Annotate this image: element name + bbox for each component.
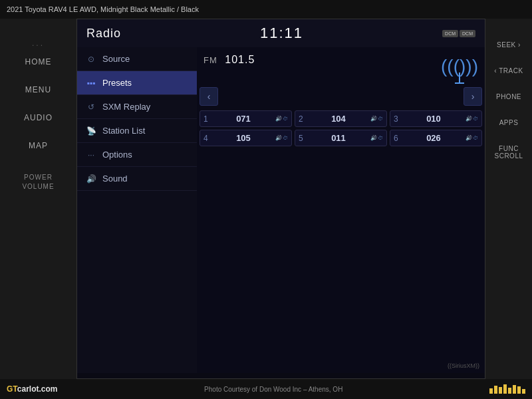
preset-1-num: 1 <box>203 114 211 124</box>
fm-label: FM <box>203 55 217 65</box>
right-nav: SEEK › ‹ TRACK PHONE APPS FUNCSCROLL <box>485 19 532 379</box>
top-dots: ... <box>32 39 45 48</box>
nav-track[interactable]: ‹ TRACK <box>485 58 532 84</box>
screen-header: Radio 11:11 DCM DCM <box>77 19 485 47</box>
menu-sound[interactable]: 🔊 Sound <box>77 167 197 191</box>
power-volume[interactable]: POWER VOLUME <box>22 173 54 192</box>
preset-3[interactable]: 3 010 🔊 ⏱ <box>390 110 482 127</box>
nav-phone[interactable]: PHONE <box>485 84 532 110</box>
menu-presets[interactable]: ▪▪▪ Presets <box>77 71 197 95</box>
sxm-replay-icon: ↺ <box>85 102 97 112</box>
content-area: FM 101.5 ((())) ‹ › <box>197 47 485 373</box>
preset-3-freq: 010 <box>404 114 464 124</box>
options-icon: ··· <box>85 150 97 160</box>
bar-3 <box>499 387 502 394</box>
preset-1[interactable]: 1 071 🔊 ⏱ <box>200 110 292 127</box>
preset-4-freq: 105 <box>213 133 273 143</box>
preset-4-num: 4 <box>203 134 211 143</box>
options-label: Options <box>102 150 132 160</box>
nav-apps[interactable]: APPS <box>485 110 532 136</box>
dcm-box: DCM <box>442 30 458 37</box>
nav-audio[interactable]: AUDIO <box>0 104 76 132</box>
preset-3-icons: 🔊 ⏱ <box>466 116 478 122</box>
dcm-box2: DCM <box>460 30 475 37</box>
preset-2[interactable]: 2 104 🔊 ⏱ <box>295 110 387 127</box>
station-list-icon: 📡 <box>85 126 97 136</box>
nav-map[interactable]: MAP <box>0 132 76 160</box>
top-bar: 2021 Toyota RAV4 LE AWD, Midnight Black … <box>0 0 532 19</box>
preset-6-freq: 026 <box>404 133 464 143</box>
dcm-badge: DCM DCM <box>442 30 475 37</box>
menu-options[interactable]: ··· Options <box>77 143 197 167</box>
menu-source[interactable]: ⊙ Source <box>77 47 197 71</box>
menu-list: ⊙ Source ▪▪▪ Presets ↺ SXM Replay 📡 Stat… <box>77 47 197 373</box>
preset-6-icons: 🔊 ⏱ <box>466 135 478 141</box>
preset-2-num: 2 <box>299 114 307 124</box>
preset-1-freq: 071 <box>213 114 273 124</box>
main-screen: Radio 11:11 DCM DCM ⊙ Source ▪▪▪ Presets… <box>76 19 485 379</box>
preset-2-freq: 104 <box>309 114 368 124</box>
menu-station-list[interactable]: 📡 Station List <box>77 119 197 143</box>
menu-sxm-replay[interactable]: ↺ SXM Replay <box>77 95 197 119</box>
bar-8 <box>522 389 525 394</box>
antenna-icon: ((())) <box>442 51 478 88</box>
source-icon: ⊙ <box>85 55 97 64</box>
bar-5 <box>508 388 511 394</box>
bar-1 <box>489 388 493 394</box>
nav-seek[interactable]: SEEK › <box>485 32 532 58</box>
sound-icon: 🔊 <box>85 174 97 184</box>
screen-title: Radio <box>86 27 121 41</box>
screen-time: 11:11 <box>260 25 303 42</box>
gt-logo: GTcarlot.com <box>7 384 57 394</box>
sxm-replay-label: SXM Replay <box>102 102 150 112</box>
preset-5[interactable]: 5 011 🔊 ⏱ <box>295 130 387 146</box>
volume-label: VOLUME <box>22 182 54 192</box>
nav-menu[interactable]: MENU <box>0 76 76 104</box>
preset-3-num: 3 <box>394 114 402 124</box>
prev-arrow[interactable]: ‹ <box>200 87 218 106</box>
bottom-bar: GTcarlot.com Photo Courtesy of Don Wood … <box>0 379 532 399</box>
preset-5-icons: 🔊 ⏱ <box>370 135 383 141</box>
presets-icon: ▪▪▪ <box>85 78 97 88</box>
preset-4-icons: 🔊 ⏱ <box>275 135 288 141</box>
left-nav: ... HOME MENU AUDIO MAP POWER VOLUME <box>0 19 76 379</box>
presets-label: Presets <box>102 78 132 88</box>
preset-5-num: 5 <box>299 134 307 143</box>
preset-6-num: 6 <box>394 134 402 143</box>
nav-func-scroll[interactable]: FUNCSCROLL <box>485 136 532 169</box>
bottom-right-bars <box>489 384 525 394</box>
preset-1-icons: 🔊 ⏱ <box>275 116 288 122</box>
source-label: Source <box>102 54 130 64</box>
bar-7 <box>517 386 521 394</box>
sound-label: Sound <box>102 174 128 184</box>
fm-frequency: 101.5 <box>225 54 255 65</box>
preset-6[interactable]: 6 026 🔊 ⏱ <box>390 130 482 146</box>
presets-grid: 1 071 🔊 ⏱ 2 104 🔊 ⏱ <box>200 110 482 146</box>
car-info: 2021 Toyota RAV4 LE AWD, Midnight Black … <box>7 5 199 13</box>
bar-2 <box>494 386 497 394</box>
preset-4[interactable]: 4 105 🔊 ⏱ <box>200 130 292 146</box>
nav-home[interactable]: HOME <box>0 48 76 76</box>
siriusxm-text: ((SiriusXM)) <box>448 362 479 369</box>
station-list-label: Station List <box>102 126 145 136</box>
preset-2-icons: 🔊 ⏱ <box>370 116 383 122</box>
fm-display: FM 101.5 <box>203 54 255 66</box>
nav-arrows: ‹ › <box>197 87 485 106</box>
power-label: POWER <box>22 173 54 182</box>
bar-6 <box>513 385 516 394</box>
next-arrow[interactable]: › <box>464 87 482 106</box>
bar-4 <box>503 384 507 394</box>
screen-body: ⊙ Source ▪▪▪ Presets ↺ SXM Replay 📡 Stat… <box>77 47 485 373</box>
photo-credit: Photo Courtesy of Don Wood Inc – Athens,… <box>204 386 342 393</box>
preset-5-freq: 011 <box>309 133 368 143</box>
